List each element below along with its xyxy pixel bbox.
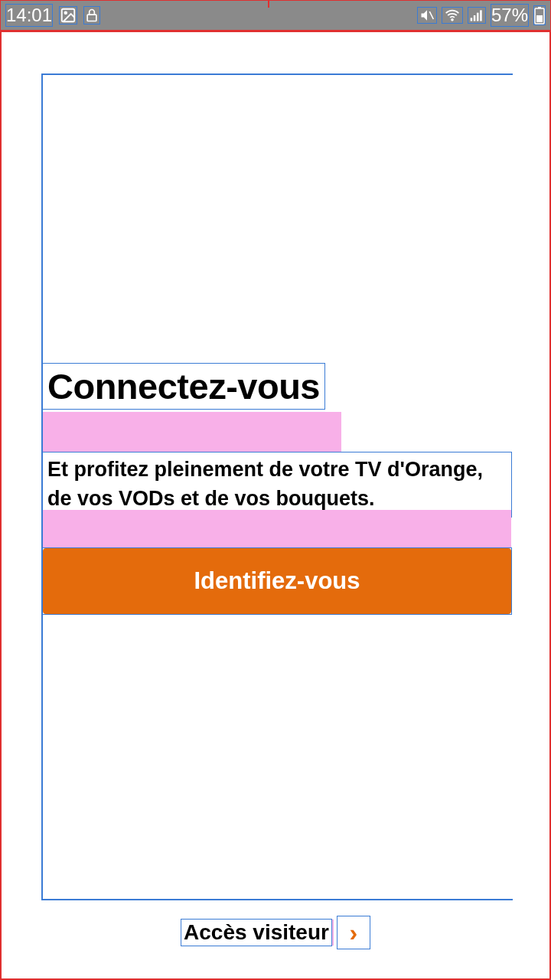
- page-title: Connectez-vous: [47, 365, 320, 407]
- lock-icon: [83, 6, 100, 24]
- svg-rect-2: [87, 15, 96, 21]
- image-icon: [59, 6, 77, 24]
- page-subtitle-box: Et profitez pleinement de votre TV d'Ora…: [42, 452, 512, 518]
- status-bar: 14:01 57%: [0, 0, 551, 31]
- page-title-box: Connectez-vous: [42, 363, 325, 410]
- status-bar-right: 57%: [417, 4, 546, 27]
- svg-rect-10: [538, 7, 541, 8]
- mute-icon: [417, 7, 437, 24]
- svg-point-1: [64, 11, 67, 14]
- svg-rect-11: [536, 15, 543, 22]
- wifi-icon: [442, 7, 463, 24]
- battery-icon: [533, 5, 546, 25]
- visitor-access-link[interactable]: Accès visiteur ›: [181, 916, 370, 949]
- svg-point-4: [452, 19, 453, 21]
- svg-rect-7: [477, 13, 479, 21]
- debug-spacer: [43, 510, 511, 548]
- debug-spacer: [43, 412, 341, 452]
- content-frame: Connectez-vous Et profitez pleinement de…: [41, 74, 513, 900]
- signal-icon: [468, 7, 486, 24]
- svg-line-3: [429, 11, 433, 19]
- visitor-link-label: Accès visiteur: [184, 920, 329, 944]
- svg-rect-6: [474, 15, 476, 21]
- chevron-right-icon: ›: [337, 916, 370, 949]
- svg-rect-8: [480, 10, 482, 21]
- status-time: 14:01: [5, 4, 53, 27]
- page-subtitle: Et profitez pleinement de votre TV d'Ora…: [47, 456, 507, 514]
- svg-rect-5: [471, 18, 473, 21]
- status-bar-left: 14:01: [5, 4, 100, 27]
- battery-percentage: 57%: [491, 4, 529, 27]
- login-button[interactable]: Identifiez-vous: [43, 548, 511, 614]
